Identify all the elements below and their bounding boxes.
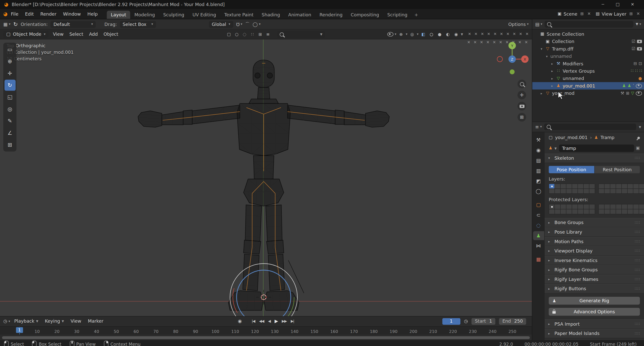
menu-render[interactable]: Render	[37, 10, 60, 18]
layer-toggle[interactable]	[616, 204, 621, 209]
menu-window[interactable]: Window	[60, 10, 84, 18]
layer-toggle[interactable]	[605, 189, 610, 193]
layer-toggle[interactable]	[589, 204, 595, 209]
tool-transform[interactable]: ◎	[4, 103, 15, 114]
x-toggle-icon[interactable]: ✕	[526, 32, 529, 36]
layer-toggle[interactable]	[639, 189, 644, 193]
expand-arrow-icon[interactable]: ▾	[540, 47, 543, 51]
gizmos-dropdown[interactable]: ⊕▾	[397, 32, 407, 36]
outliner-row-unnamed[interactable]: ▸▽unnamed●	[532, 75, 644, 82]
timeline-menu-marker[interactable]: Marker	[85, 318, 107, 325]
pan-button[interactable]: ✛	[517, 91, 526, 99]
camera-icon[interactable]	[637, 47, 642, 51]
breadcrumb-data[interactable]: Tramp	[600, 135, 615, 140]
scene-selector[interactable]: ▣ Scene ⊞ ✕	[558, 11, 592, 17]
tool-move[interactable]: ✛	[4, 68, 15, 79]
x-toggle-icon[interactable]: ✕	[513, 32, 516, 36]
add-workspace-button[interactable]: +	[412, 11, 421, 19]
layer-toggle[interactable]	[561, 184, 566, 188]
panel-paper-model-islands[interactable]: ▸Paper Model Islands∷∷	[545, 329, 644, 338]
tool-rotate[interactable]: ↻	[4, 80, 15, 91]
properties-tab-object-data[interactable]: ♟	[533, 231, 544, 240]
visibility-dropdown[interactable]: ▾	[387, 32, 396, 36]
outliner-row-collection[interactable]: ▣Collection☑	[532, 38, 644, 45]
workspace-tab-compositing[interactable]: Compositing	[347, 11, 383, 19]
layer-toggle[interactable]	[616, 184, 621, 188]
shading-rendered-button[interactable]: ◉	[453, 32, 460, 36]
workspace-tab-layout[interactable]: Layout	[107, 11, 130, 19]
clock-icon[interactable]: ◷	[464, 319, 468, 324]
layer-toggle[interactable]	[566, 189, 572, 193]
screen-icon[interactable]: ⊟	[633, 62, 637, 66]
timeline-editor-selector[interactable]: ◷ ▾	[3, 319, 10, 324]
timeline-ruler[interactable]: 1 10203040506070809010011012013014015016…	[0, 326, 532, 335]
pose-icon[interactable]: ♟	[622, 84, 626, 88]
layer-toggle[interactable]	[599, 189, 604, 193]
pose-icon[interactable]: ♟	[627, 84, 631, 88]
header-toggle-icon-6[interactable]: ≡	[264, 32, 271, 36]
workspace-tab-scripting[interactable]: Scripting	[383, 11, 412, 19]
end-frame-field[interactable]: End 250	[499, 318, 526, 325]
expand-arrow-icon[interactable]: ▸	[550, 76, 554, 80]
properties-tab-texture[interactable]: ▦	[533, 255, 544, 264]
ortho-toggle-button[interactable]: ⊞	[517, 113, 526, 121]
layer-toggle[interactable]	[622, 204, 627, 209]
layer-toggle[interactable]	[599, 204, 604, 209]
panel-rigify-bone-groups[interactable]: ▸Rigify Bone Groups∷∷	[545, 265, 644, 275]
layer-toggle[interactable]	[622, 184, 627, 188]
layer-toggle[interactable]	[610, 189, 616, 193]
jump-to-end-button[interactable]: ▶|	[291, 320, 294, 323]
layer-toggle[interactable]	[566, 204, 572, 209]
layer-toggle[interactable]	[628, 189, 633, 193]
viewport-menu-select[interactable]: Select	[66, 31, 86, 38]
previous-keyframe-button[interactable]: ◀◀	[259, 320, 264, 323]
x-toggle-icon[interactable]: ✕	[468, 32, 471, 36]
viewport-menu-add[interactable]: Add	[86, 31, 101, 38]
panel-inverse-kinematics[interactable]: ▸Inverse Kinematics∷∷	[545, 256, 644, 265]
fake-user-icon[interactable]: ▣	[636, 146, 640, 150]
layer-toggle[interactable]	[639, 204, 644, 209]
camera-icon[interactable]	[637, 40, 642, 43]
layer-toggle[interactable]	[555, 209, 560, 214]
layer-toggle[interactable]	[610, 184, 616, 188]
drag-handle-icon[interactable]: ∷∷	[635, 221, 640, 225]
layer-toggle[interactable]	[572, 204, 577, 209]
layer-toggle[interactable]	[589, 189, 595, 193]
maximize-button[interactable]: □	[610, 3, 625, 7]
layer-toggle[interactable]	[605, 204, 610, 209]
material-icon[interactable]: ●	[638, 76, 642, 80]
layer-toggle[interactable]	[622, 209, 627, 214]
layer-toggle[interactable]	[578, 204, 583, 209]
outliner-search[interactable]	[545, 21, 633, 27]
properties-tab-view-layer[interactable]: ▥	[533, 166, 544, 175]
properties-tab-object[interactable]: ▢	[533, 200, 544, 209]
vg-icon[interactable]: ∷	[635, 69, 637, 73]
timeline-menu-keying[interactable]: Keying▾	[42, 318, 67, 325]
layer-toggle[interactable]	[566, 184, 572, 188]
outliner-row-unnamed[interactable]: ▾unnamed	[532, 53, 644, 60]
drag-handle-icon[interactable]: ∷∷	[635, 278, 640, 281]
orientation-dropdown[interactable]: Default ▾	[51, 21, 96, 28]
unlink-scene-button[interactable]: ✕	[587, 12, 592, 16]
eye-icon[interactable]	[636, 91, 642, 96]
panel-rigify-layer-names[interactable]: ▸Rigify Layer Names∷∷	[545, 275, 644, 284]
workspace-tab-rendering[interactable]: Rendering	[315, 11, 347, 19]
properties-search[interactable]	[544, 123, 636, 130]
shading-material-button[interactable]: ◐	[445, 32, 452, 36]
layer-toggle[interactable]	[549, 204, 554, 209]
layer-toggle[interactable]	[584, 184, 589, 188]
axis-gizmo[interactable]: Y X Z	[495, 40, 529, 78]
x-toggle-icon[interactable]: ✕	[500, 32, 503, 36]
x-toggle-icon[interactable]: ✕	[481, 32, 484, 36]
outliner-row-vertex-groups[interactable]: ▸∷Vertex Groups∷∷∷	[532, 67, 644, 75]
shading-wireframe-button[interactable]: ○	[428, 32, 435, 36]
overlays-dropdown[interactable]: ◎▾	[409, 32, 418, 36]
vg-icon[interactable]: ∷	[639, 69, 642, 73]
header-toggle-icon-3[interactable]: ◌	[241, 32, 248, 36]
xray-toggle[interactable]: ◧	[420, 32, 427, 36]
x-toggle-icon[interactable]: ✕	[474, 41, 477, 45]
tool-add-cube[interactable]: ⊞	[4, 139, 15, 150]
x-toggle-icon[interactable]: ✕	[506, 32, 509, 36]
panel-bone-groups[interactable]: ▸Bone Groups∷∷	[545, 218, 644, 228]
panel-skeleton[interactable]: ▾ Skeleton ∷∷	[545, 154, 644, 163]
